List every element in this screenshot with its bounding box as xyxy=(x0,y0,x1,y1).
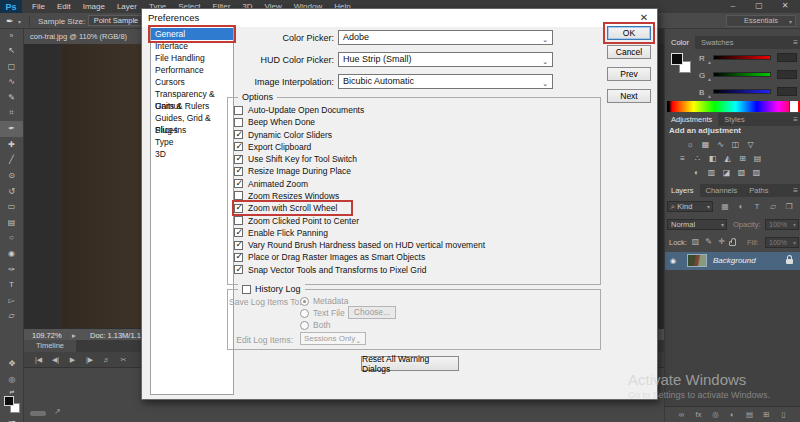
link-layers-icon[interactable]: ∞ xyxy=(673,410,690,419)
eyedropper-tool-icon[interactable]: ✒ xyxy=(0,121,23,137)
checkbox[interactable] xyxy=(234,241,243,250)
radio-row[interactable]: Both xyxy=(300,319,348,331)
lock-pixels-icon[interactable]: ✎ xyxy=(702,236,715,247)
history-brush-tool-icon[interactable]: ↺ xyxy=(0,183,23,199)
checkbox[interactable] xyxy=(234,204,243,213)
shape-layer-filter-icon[interactable]: ▱ xyxy=(765,201,781,212)
field-dropdown[interactable]: Hue Strip (Small) ⌄ xyxy=(338,52,553,67)
menu-item[interactable]: File xyxy=(26,0,51,13)
layer-mask-icon[interactable]: ◎ xyxy=(707,410,724,419)
sample-size-dropdown[interactable]: Point Sample xyxy=(88,15,144,26)
new-layer-icon[interactable]: ⊞ xyxy=(758,410,775,419)
option-row[interactable]: Dynamic Color Sliders xyxy=(234,129,346,141)
pen-tool-icon[interactable]: ✑ xyxy=(0,261,23,277)
panel-tab[interactable]: Styles xyxy=(718,113,750,126)
adjustment-layer-filter-icon[interactable]: ◐ xyxy=(733,201,749,212)
previous-frame-icon[interactable]: ◀| xyxy=(47,356,64,364)
option-row[interactable]: Resize Image During Place xyxy=(234,165,365,177)
option-row[interactable]: Export Clipboard xyxy=(234,141,325,153)
panel-tab[interactable]: Color xyxy=(665,36,695,49)
audio-icon[interactable]: ♬ xyxy=(98,356,115,363)
panel-menu-icon[interactable]: ≡ xyxy=(793,113,798,126)
option-row[interactable]: Animated Zoom xyxy=(234,178,322,190)
panel-tab[interactable]: Swatches xyxy=(695,36,740,49)
timeline-scrubber[interactable] xyxy=(30,411,46,416)
layer-effects-icon[interactable]: fx xyxy=(690,410,707,419)
category-item[interactable]: Guides, Grid & Slices xyxy=(151,112,233,124)
category-item[interactable]: 3D xyxy=(151,148,233,160)
checkbox[interactable] xyxy=(234,191,243,200)
field-dropdown[interactable]: Bicubic Automatic ⌄ xyxy=(338,74,553,89)
category-item[interactable]: Units & Rulers xyxy=(151,100,233,112)
chevron-down-icon[interactable]: ▾ xyxy=(793,220,796,230)
option-row[interactable]: Beep When Done xyxy=(234,116,329,128)
checkbox[interactable] xyxy=(234,142,243,151)
option-row[interactable]: Vary Round Brush Hardness based on HUD v… xyxy=(234,239,499,251)
checkbox[interactable] xyxy=(234,106,243,115)
category-item[interactable]: Type xyxy=(151,136,233,148)
layer-group-icon[interactable]: ▤ xyxy=(741,410,758,419)
panel-tab[interactable]: Paths xyxy=(743,184,774,197)
selective-color-icon[interactable]: ▨ xyxy=(749,168,764,180)
minimize-button[interactable]: – xyxy=(720,0,746,12)
checkbox[interactable] xyxy=(234,130,243,139)
rectangle-tool-icon[interactable]: ▱ xyxy=(0,308,23,324)
foreground-color-swatch[interactable] xyxy=(4,396,14,406)
layer-filter-dropdown[interactable]: ⌕ Kind ▾ xyxy=(667,201,713,212)
brightness-contrast-icon[interactable]: ☼ xyxy=(683,140,698,152)
opacity-input[interactable]: 100% ▾ xyxy=(765,219,799,230)
option-row[interactable]: Enable Flick Panning xyxy=(234,227,342,239)
slider-thumb-icon[interactable]: ▲ xyxy=(707,76,712,82)
radio-row[interactable]: Text File xyxy=(300,307,348,319)
fill-input[interactable]: 100% ▾ xyxy=(765,237,799,248)
quick-selection-tool-icon[interactable]: ✎ xyxy=(0,90,23,106)
close-button[interactable]: ✕ xyxy=(772,0,798,12)
blend-mode-dropdown[interactable]: Normal ▾ xyxy=(667,219,727,230)
panel-tab[interactable]: Layers xyxy=(665,184,700,197)
invert-icon[interactable]: ◐ xyxy=(689,168,704,180)
levels-icon[interactable]: ▦ xyxy=(698,140,713,152)
chevron-down-icon[interactable]: ▾ xyxy=(793,238,796,248)
play-icon[interactable]: ▶ xyxy=(64,356,81,364)
slider-thumb-icon[interactable]: ▲ xyxy=(707,59,712,65)
checkbox[interactable] xyxy=(234,265,243,274)
pixel-layer-filter-icon[interactable]: ▦ xyxy=(717,201,733,212)
dodge-tool-icon[interactable]: ◉ xyxy=(0,246,23,262)
move-tool-icon[interactable]: ↖ xyxy=(0,43,23,59)
radio-button[interactable] xyxy=(300,297,309,306)
dialog-button[interactable]: Cancel xyxy=(607,45,651,59)
white-swatch[interactable] xyxy=(789,101,798,112)
slider-thumb-icon[interactable]: ▲ xyxy=(707,93,712,99)
zoom-level[interactable]: 109.72% xyxy=(32,331,62,340)
menu-item[interactable]: Edit xyxy=(51,0,77,13)
dialog-button[interactable]: Next xyxy=(607,89,651,103)
layer-name[interactable]: Background xyxy=(713,256,756,265)
channel-value-box[interactable] xyxy=(777,53,797,62)
type-layer-filter-icon[interactable]: T xyxy=(749,201,765,212)
path-selection-tool-icon[interactable]: ▻ xyxy=(0,293,23,309)
panel-tab[interactable]: Channels xyxy=(700,184,744,197)
eyedropper-tool-icon[interactable]: ✒ xyxy=(6,16,14,26)
channel-slider[interactable] xyxy=(713,55,771,60)
crop-tool-icon[interactable]: ⌗ xyxy=(0,105,23,121)
option-row[interactable]: Auto-Update Open Documents xyxy=(234,104,378,116)
hue-saturation-icon[interactable]: ≡ xyxy=(675,154,690,166)
restore-button[interactable]: ▢ xyxy=(746,0,772,12)
menu-item[interactable]: Image xyxy=(77,0,111,13)
photo-filter-icon[interactable]: ◭ xyxy=(720,154,735,166)
chevron-down-icon[interactable]: ▾ xyxy=(18,18,21,25)
black-white-icon[interactable]: ◧ xyxy=(705,154,720,166)
checkbox[interactable] xyxy=(234,118,243,127)
delete-layer-icon[interactable]: ▯ xyxy=(775,410,792,419)
workspace-switcher[interactable]: Essentials ▾ xyxy=(726,15,796,27)
eraser-tool-icon[interactable]: ▭ xyxy=(0,199,23,215)
dialog-button[interactable]: Prev xyxy=(607,67,651,81)
panel-tab[interactable]: Adjustments xyxy=(665,113,718,126)
channel-slider[interactable] xyxy=(713,89,771,94)
checkbox[interactable] xyxy=(234,228,243,237)
close-icon[interactable]: ✕ xyxy=(637,11,651,25)
gradient-map-icon[interactable]: ▧ xyxy=(734,168,749,180)
color-spectrum-bar[interactable] xyxy=(667,101,799,112)
category-item[interactable]: Plug-Ins xyxy=(151,124,233,136)
layer-thumbnail[interactable] xyxy=(687,254,707,267)
